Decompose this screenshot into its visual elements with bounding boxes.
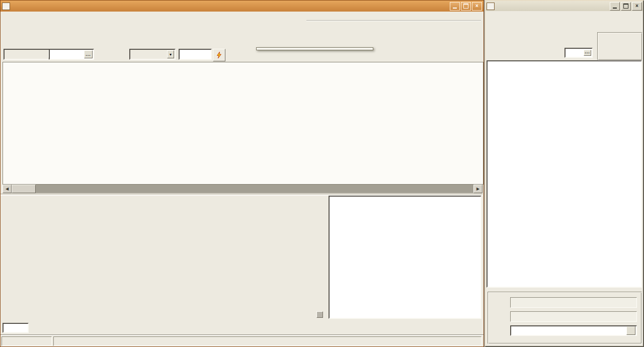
arrow-left-icon: ◀ bbox=[6, 187, 9, 191]
status-panel bbox=[53, 336, 481, 346]
filter-value-input[interactable] bbox=[49, 49, 94, 60]
maximize-icon bbox=[463, 4, 468, 9]
scroll-left-button[interactable]: ◀ bbox=[3, 185, 12, 193]
desktop: × ▾ ▾ ◀ bbox=[0, 0, 644, 347]
stat-input[interactable] bbox=[565, 48, 593, 58]
ellipsis-button[interactable] bbox=[84, 50, 93, 58]
main-title-bar[interactable]: × bbox=[1, 1, 484, 12]
report-popis-field[interactable] bbox=[510, 297, 637, 308]
order-type-bar bbox=[3, 322, 31, 333]
resize-grip[interactable] bbox=[316, 311, 323, 318]
use-data-group bbox=[597, 32, 642, 60]
type-filter-input[interactable] bbox=[3, 323, 29, 333]
ellipsis-button[interactable] bbox=[584, 50, 591, 56]
close-button[interactable]: × bbox=[472, 2, 482, 11]
report-typ-field[interactable] bbox=[510, 311, 637, 322]
close-icon: × bbox=[475, 4, 478, 9]
grid-hscrollbar[interactable]: ◀ ▶ bbox=[3, 185, 482, 193]
print-maximize-button[interactable] bbox=[621, 2, 631, 11]
lightning-icon bbox=[215, 51, 223, 59]
search-input[interactable] bbox=[179, 49, 212, 60]
print-app-icon bbox=[487, 3, 495, 10]
scrollbar-thumb[interactable] bbox=[12, 185, 36, 193]
arrow-right-icon: ▶ bbox=[476, 187, 479, 191]
close-icon: × bbox=[635, 4, 638, 9]
minimize-icon bbox=[453, 8, 457, 9]
app-icon bbox=[2, 3, 10, 10]
context-menu bbox=[256, 47, 373, 50]
scroll-right-button[interactable]: ▶ bbox=[473, 185, 482, 193]
browse-button[interactable] bbox=[626, 326, 635, 335]
minimize-icon bbox=[613, 8, 617, 9]
sort-select[interactable]: ▾ bbox=[129, 49, 176, 60]
print-title-bar[interactable]: × bbox=[486, 1, 643, 11]
maximize-button[interactable] bbox=[461, 2, 471, 11]
statusbar-divider bbox=[1, 334, 484, 335]
minimize-button[interactable] bbox=[450, 2, 460, 11]
maximize-icon bbox=[623, 4, 628, 9]
print-close-button[interactable]: × bbox=[632, 2, 642, 11]
print-window: × bbox=[485, 0, 644, 347]
orders-grid[interactable] bbox=[3, 62, 484, 185]
memo-panel[interactable] bbox=[329, 196, 481, 319]
main-window: × ▾ ▾ ◀ bbox=[0, 0, 484, 347]
scrollbar-track[interactable] bbox=[36, 185, 473, 193]
search-go-button[interactable] bbox=[213, 49, 225, 61]
chevron-down-icon[interactable]: ▾ bbox=[167, 50, 174, 58]
report-list[interactable] bbox=[487, 60, 642, 288]
report-edit-group bbox=[488, 292, 642, 344]
toolbar-groove bbox=[306, 20, 481, 21]
print-minimize-button[interactable] bbox=[610, 2, 620, 11]
record-count-panel bbox=[2, 336, 52, 346]
report-soubor-field[interactable] bbox=[510, 325, 637, 336]
